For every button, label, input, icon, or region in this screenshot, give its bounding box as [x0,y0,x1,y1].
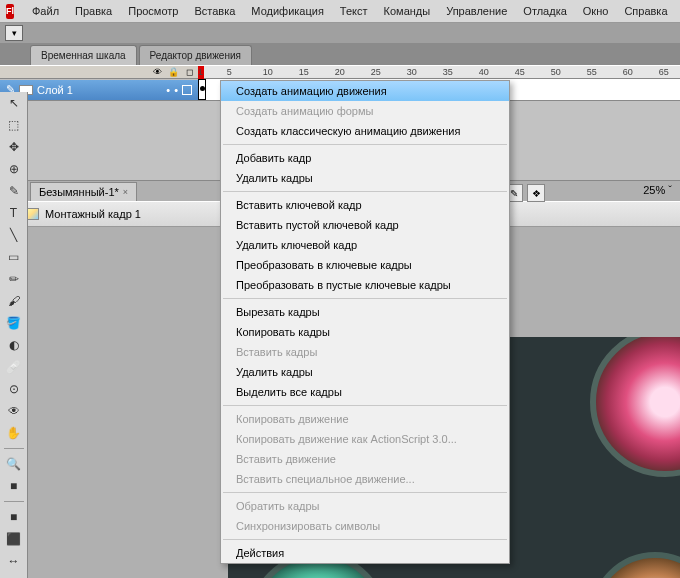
context-menu-item[interactable]: Выделить все кадры [221,382,509,402]
context-menu-item[interactable]: Удалить ключевой кадр [221,235,509,255]
tool-button[interactable]: ⬛ [4,530,24,548]
menu-item[interactable]: Текст [332,3,376,19]
outline-icon[interactable]: ◻ [184,67,194,77]
document-name: Безымянный-1* [39,186,119,198]
menu-item[interactable]: Справка [616,3,675,19]
context-menu-item[interactable]: Удалить кадры [221,362,509,382]
tool-button[interactable]: 🪣 [4,314,24,332]
menu-item[interactable]: Команды [376,3,439,19]
menu-separator [223,405,507,406]
ruler-mark: 55 [587,67,597,77]
context-menu-item: Обратить кадры [221,496,509,516]
context-menu-item[interactable]: Добавить кадр [221,148,509,168]
tool-button[interactable]: ⊕ [4,160,24,178]
context-menu-item: Вставить движение [221,449,509,469]
tool-button[interactable]: ■ [4,477,24,495]
close-icon[interactable]: × [123,187,128,197]
tool-button[interactable]: ▭ [4,248,24,266]
tool-button[interactable]: ✥ [4,138,24,156]
tool-button[interactable]: 👁 [4,402,24,420]
tool-button[interactable]: T [4,204,24,222]
context-menu-item[interactable]: Действия [221,543,509,563]
scene-tools: ✎ ❖ [505,184,545,202]
toolbox: ↖⬚✥⊕✎T╲▭✏🖌🪣◐🩹⊙👁✋🔍■■⬛↔ [0,92,28,578]
tool-button[interactable]: 🩹 [4,358,24,376]
menu-item[interactable]: Правка [67,3,120,19]
quick-bar: ▾ [0,23,680,43]
context-menu-item[interactable]: Вырезать кадры [221,302,509,322]
menu-item[interactable]: Окно [575,3,617,19]
tool-button[interactable]: ↔ [4,552,24,570]
ruler-mark: 50 [551,67,561,77]
context-menu-item[interactable]: Создать анимацию движения [221,81,509,101]
separator [4,501,24,502]
context-menu-item[interactable]: Вставить пустой ключевой кадр [221,215,509,235]
tool-button[interactable]: ⊙ [4,380,24,398]
tool-button[interactable]: ✏ [4,270,24,288]
ruler-mark: 30 [407,67,417,77]
artwork-circle [590,337,680,477]
ruler-mark: 35 [443,67,453,77]
layer-square-icon [182,85,192,95]
tool-button[interactable]: ✎ [4,182,24,200]
context-menu-item: Вставить специальное движение... [221,469,509,489]
menu-item[interactable]: Отладка [515,3,574,19]
ruler-mark: 15 [299,67,309,77]
chevron-down-icon: ˇ [668,184,672,196]
timeline-header: 👁 🔒 ◻ 15101520253035404550556065 [0,65,680,79]
menu-item[interactable]: Модификация [243,3,332,19]
context-menu-item: Создать анимацию формы [221,101,509,121]
menu-item[interactable]: Управление [438,3,515,19]
tab-motion-editor[interactable]: Редактор движения [139,45,252,65]
zoom-value: 25% [643,184,665,196]
panel-tabs: Временная шкала Редактор движения [0,43,680,65]
layer-name[interactable]: Слой 1 [37,84,73,96]
eye-icon[interactable]: 👁 [152,67,162,77]
tool-button[interactable]: 🖌 [4,292,24,310]
keyframe[interactable] [198,79,206,100]
lock-icon[interactable]: 🔒 [168,67,178,77]
title-bar: Fl ФайлПравкаПросмотрВставкаМодификацияТ… [0,0,680,23]
zoom-select[interactable]: 25% ˇ [643,184,672,196]
tool-button[interactable]: ╲ [4,226,24,244]
timeline-ruler[interactable]: 15101520253035404550556065 [198,66,680,78]
tool-button[interactable]: ✋ [4,424,24,442]
tool-button[interactable]: ■ [4,508,24,526]
context-menu-item[interactable]: Удалить кадры [221,168,509,188]
ruler-mark: 10 [263,67,273,77]
main-menu: ФайлПравкаПросмотрВставкаМодификацияТекс… [24,3,676,19]
separator [4,448,24,449]
document-tab[interactable]: Безымянный-1* × [30,182,137,201]
ruler-mark: 45 [515,67,525,77]
tool-button[interactable]: 🔍 [4,455,24,473]
context-menu-item[interactable]: Преобразовать в пустые ключевые кадры [221,275,509,295]
ruler-mark: 25 [371,67,381,77]
ruler-mark: 40 [479,67,489,77]
menu-separator [223,539,507,540]
artwork-circle [590,552,680,578]
menu-separator [223,191,507,192]
context-menu-item[interactable]: Создать классическую анимацию движения [221,121,509,141]
context-menu-item[interactable]: Преобразовать в ключевые кадры [221,255,509,275]
tool-button[interactable]: ⬚ [4,116,24,134]
context-menu-item[interactable]: Вставить ключевой кадр [221,195,509,215]
context-menu: Создать анимацию движенияСоздать анимаци… [220,80,510,564]
tool-button[interactable]: ◐ [4,336,24,354]
context-menu-item: Копировать движение как ActionScript 3.0… [221,429,509,449]
symbol-icon[interactable]: ❖ [527,184,545,202]
context-menu-item: Вставить кадры [221,342,509,362]
context-menu-item: Синхронизировать символы [221,516,509,536]
ruler-mark: 65 [659,67,669,77]
menu-item[interactable]: Просмотр [120,3,186,19]
menu-item[interactable]: Вставка [186,3,243,19]
tab-timeline[interactable]: Временная шкала [30,45,137,65]
menu-item[interactable]: Файл [24,3,67,19]
tool-button[interactable]: ↖ [4,94,24,112]
ruler-mark: 5 [227,67,232,77]
layer-dot-icon: • [166,84,170,96]
layer-row[interactable]: ✎ Слой 1 • • [0,80,198,100]
context-menu-item: Копировать движение [221,409,509,429]
scene-name: Монтажный кадр 1 [45,208,141,220]
context-menu-item[interactable]: Копировать кадры [221,322,509,342]
new-doc-button[interactable]: ▾ [5,25,23,41]
